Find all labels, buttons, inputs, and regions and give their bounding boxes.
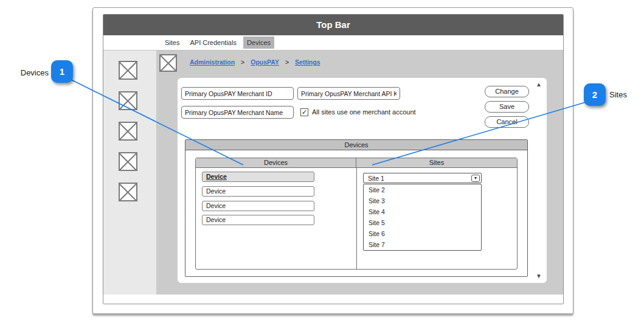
breadcrumb-link-settings[interactable]: Settings <box>295 58 320 66</box>
device-list-item[interactable]: Device <box>202 172 314 182</box>
site-option[interactable]: Site 5 <box>364 217 481 228</box>
site-option[interactable]: Site 6 <box>364 228 481 239</box>
table-header-row: Devices Sites <box>196 158 517 168</box>
site-dropdown-value: Site 1 <box>368 175 471 182</box>
column-divider <box>356 168 357 269</box>
cancel-button[interactable]: Cancel <box>485 116 529 128</box>
devices-groupbox: Devices Devices Sites Device Device Devi… <box>185 139 528 277</box>
tab-devices[interactable]: Devices <box>243 37 274 49</box>
device-list-item[interactable]: Device <box>202 201 314 211</box>
top-bar-title: Top Bar <box>316 19 350 30</box>
all-sites-checkbox[interactable]: ✓ <box>300 108 308 116</box>
device-list-item[interactable]: Device <box>202 186 314 197</box>
image-placeholder-icon <box>119 152 137 171</box>
tab-bar: Sites API Credentials Devices <box>103 35 563 51</box>
top-bar: Top Bar <box>103 15 563 35</box>
site-option[interactable]: Site 7 <box>364 239 481 250</box>
devices-groupbox-title: Devices <box>185 140 527 150</box>
devices-column-header: Devices <box>196 158 356 167</box>
breadcrumb-separator: > <box>285 58 289 66</box>
image-placeholder-icon <box>119 183 137 201</box>
merchant-id-field[interactable] <box>181 87 294 100</box>
change-button[interactable]: Change <box>485 86 529 97</box>
chevron-down-icon[interactable]: ▼ <box>471 175 480 182</box>
breadcrumb: Administration>OpusPAY>Settings <box>190 58 326 66</box>
image-placeholder-icon <box>119 122 137 141</box>
site-option[interactable]: Site 3 <box>364 195 481 206</box>
site-option[interactable]: Site 2 <box>364 184 481 195</box>
merchant-name-field[interactable] <box>181 106 294 119</box>
main-content: Administration>OpusPAY>Settings ▲ ▼ ✓ Al… <box>103 51 563 295</box>
callout-badge-2: 2 <box>584 83 606 106</box>
tab-api-credentials[interactable]: API Credentials <box>186 37 240 49</box>
app-screen: Top Bar Sites API Credentials Devices Ad… <box>103 14 564 304</box>
mockup-window-frame: Top Bar Sites API Credentials Devices Ad… <box>92 7 573 314</box>
sites-column-header: Sites <box>356 158 517 167</box>
breadcrumb-link-opuspay[interactable]: OpusPAY <box>251 58 279 66</box>
all-sites-checkbox-label: All sites use one merchant account <box>312 108 416 116</box>
merchant-api-key-field[interactable] <box>297 87 400 100</box>
breadcrumb-link-administration[interactable]: Administration <box>190 58 235 66</box>
callout-badge-1: 1 <box>51 60 73 83</box>
image-placeholder-icon <box>119 91 137 110</box>
site-option[interactable]: Site 4 <box>364 206 481 217</box>
callout-label-devices: Devices <box>6 68 49 77</box>
scroll-up-icon[interactable]: ▲ <box>536 82 542 88</box>
site-options-list: Site 2 Site 3 Site 4 Site 5 Site 6 Site … <box>363 184 482 251</box>
scroll-down-icon[interactable]: ▼ <box>536 273 542 279</box>
save-button[interactable]: Save <box>485 101 529 113</box>
settings-panel: ▲ ▼ ✓ All sites use one merchant account… <box>178 78 547 283</box>
callout-label-sites: Sites <box>609 90 627 99</box>
sidebar <box>103 51 156 295</box>
image-placeholder-icon <box>119 61 137 80</box>
tab-sites[interactable]: Sites <box>161 37 183 49</box>
devices-sites-table: Devices Sites Device Device Device Devic… <box>195 158 518 270</box>
site-dropdown[interactable]: Site 1 ▼ <box>363 173 482 183</box>
image-placeholder-icon <box>159 54 177 72</box>
breadcrumb-separator: > <box>241 58 244 66</box>
device-list-item[interactable]: Device <box>202 215 314 225</box>
